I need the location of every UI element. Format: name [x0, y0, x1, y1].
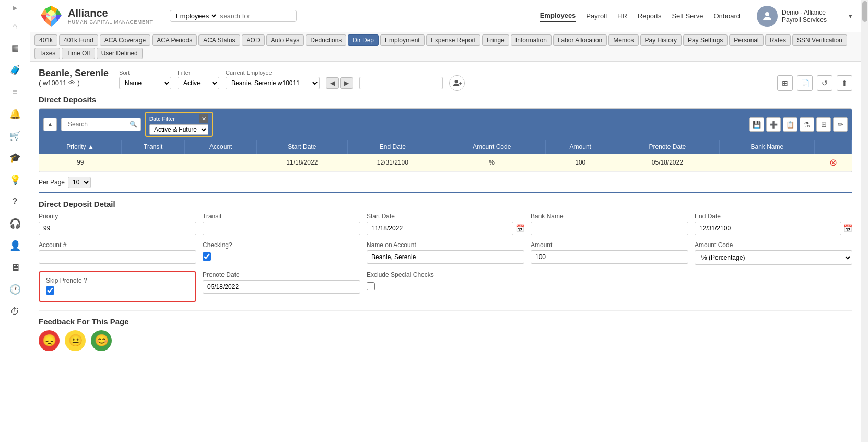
tab-information[interactable]: Information — [511, 34, 552, 46]
delete-row-button[interactable]: ⊗ — [829, 157, 837, 168]
lightbulb-icon[interactable]: 💡 — [6, 170, 25, 189]
tab-aca-status[interactable]: ACA Status — [198, 34, 240, 46]
user-area[interactable]: Demo - Alliance Payroll Services ▾ — [757, 6, 852, 27]
checking-checkbox[interactable] — [203, 252, 211, 261]
nav-hr[interactable]: HR — [617, 10, 627, 22]
prev-employee-button[interactable]: ◀ — [326, 77, 339, 89]
start-date-input[interactable] — [367, 222, 513, 235]
tab-rates[interactable]: Rates — [765, 34, 791, 46]
skip-prenote-checkbox[interactable] — [46, 286, 54, 295]
clock-icon[interactable]: 🕐 — [6, 280, 25, 299]
grid-view-button[interactable]: ⊞ — [777, 75, 793, 91]
question-icon[interactable]: ? — [6, 192, 25, 211]
home-icon[interactable]: ⌂ — [6, 17, 25, 36]
add-record-button[interactable]: ➕ — [766, 117, 781, 132]
clock2-icon[interactable]: ⏱ — [6, 302, 25, 321]
next-employee-button[interactable]: ▶ — [340, 77, 353, 89]
tab-aod[interactable]: AOD — [242, 34, 265, 46]
tab-auto-pays[interactable]: Auto Pays — [266, 34, 304, 46]
filter-select[interactable]: Active All Inactive — [178, 77, 219, 89]
filter-button[interactable]: ⚗ — [800, 117, 814, 132]
tab-pay-settings[interactable]: Pay Settings — [683, 34, 728, 46]
tab-deductions[interactable]: Deductions — [306, 34, 346, 46]
amount-code-select[interactable]: % (Percentage) $ (Dollar) — [695, 250, 852, 265]
visibility-icon[interactable]: 👁 — [68, 79, 75, 87]
date-filter-close-button[interactable]: ✕ — [199, 114, 208, 123]
tab-memos[interactable]: Memos — [608, 34, 638, 46]
cell-bank-name — [720, 154, 815, 172]
exclude-special-checks-checkbox[interactable] — [367, 282, 375, 290]
tab-fringe[interactable]: Fringe — [482, 34, 509, 46]
tab-expense-report[interactable]: Expense Report — [426, 34, 480, 46]
document-button[interactable]: 📄 — [797, 75, 813, 91]
tab-user-defined[interactable]: User Defined — [97, 48, 143, 59]
tab-aca-coverage[interactable]: ACA Coverage — [100, 34, 150, 46]
briefcase-icon[interactable]: 🧳 — [6, 61, 25, 79]
nav-payroll[interactable]: Payroll — [586, 10, 607, 22]
graduation-icon[interactable]: 🎓 — [6, 148, 25, 167]
sidebar-expand-arrow[interactable]: ▶ — [13, 4, 17, 11]
save-record-button[interactable]: 💾 — [749, 117, 764, 132]
tab-employment[interactable]: Employment — [380, 34, 425, 46]
tab-aca-periods[interactable]: ACA Periods — [152, 34, 197, 46]
headset-icon[interactable]: 🎧 — [6, 214, 25, 233]
direct-deposits-title: Direct Deposits — [39, 95, 852, 104]
per-page-select[interactable]: 10 25 50 — [68, 177, 91, 188]
upload-button[interactable]: ⬆ — [837, 75, 852, 91]
scrollbar-thumb[interactable] — [862, 1, 867, 22]
sort-select[interactable]: Name — [119, 77, 171, 89]
detail-row-2: Account # Checking? Name on Account Amou… — [39, 241, 852, 265]
chart-icon[interactable]: ▦ — [6, 39, 25, 57]
monitor-icon[interactable]: 🖥 — [6, 258, 25, 277]
tab-personal[interactable]: Personal — [729, 34, 763, 46]
tab-pay-history[interactable]: Pay History — [640, 34, 682, 46]
export-button[interactable]: ✏ — [833, 117, 848, 132]
col-priority[interactable]: Priority ▲ — [39, 140, 121, 154]
columns-button[interactable]: ⊞ — [816, 117, 831, 132]
name-on-account-input[interactable] — [367, 250, 524, 264]
search-input[interactable] — [220, 12, 293, 20]
tab-401k[interactable]: 401k — [34, 34, 57, 46]
priority-input[interactable] — [39, 222, 196, 235]
nav-reports[interactable]: Reports — [638, 10, 662, 22]
tab-taxes[interactable]: Taxes — [34, 48, 60, 59]
history-button[interactable]: ↺ — [817, 75, 832, 91]
table-row[interactable]: 99 11/18/2022 12/31/2100 % 100 05/18/202… — [39, 154, 852, 172]
feedback-neutral-button[interactable]: 😐 — [65, 330, 86, 351]
sidebar: ▶ ⌂ ▦ 🧳 ≡ 🔔 🛒 🎓 💡 ? 🎧 👤 🖥 🕐 ⏱ — [0, 0, 30, 442]
bell-icon[interactable]: 🔔 — [6, 104, 25, 123]
nav-employees[interactable]: Employees — [540, 9, 576, 22]
collapse-button[interactable]: ▲ — [43, 118, 57, 131]
search-category-select[interactable]: Employees — [173, 11, 218, 20]
copy-record-button[interactable]: 📋 — [783, 117, 797, 132]
tab-dir-dep[interactable]: Dir Dep — [348, 34, 379, 46]
nav-selfserve[interactable]: Self Serve — [672, 10, 703, 22]
feedback-sad-button[interactable]: 😞 — [39, 330, 60, 351]
transit-input[interactable] — [203, 222, 360, 235]
start-date-calendar-icon[interactable]: 📅 — [515, 224, 524, 232]
person-icon[interactable]: 👤 — [6, 236, 25, 255]
add-person-button[interactable] — [449, 75, 465, 91]
tab-ssn-verification[interactable]: SSN Verification — [792, 34, 847, 46]
user-chevron[interactable]: ▾ — [849, 12, 852, 20]
end-date-calendar-icon[interactable]: 📅 — [843, 224, 852, 232]
employee-search-input[interactable] — [359, 77, 443, 89]
date-filter-select[interactable]: Active & Future All Active — [149, 124, 208, 135]
current-employee-select[interactable]: Beanie, Serenie w10011 — [226, 77, 320, 89]
tab-labor-allocation[interactable]: Labor Allocation — [553, 34, 607, 46]
search-area[interactable]: Employees — [170, 10, 297, 22]
bank-name-input[interactable] — [531, 222, 688, 235]
list-icon[interactable]: ≡ — [6, 83, 25, 101]
tab-401k-fund[interactable]: 401k Fund — [59, 34, 98, 46]
account-input[interactable] — [39, 250, 196, 264]
end-date-input[interactable] — [695, 222, 841, 235]
tab-time-off[interactable]: Time Off — [62, 48, 95, 59]
cell-delete[interactable]: ⊗ — [815, 154, 852, 172]
amount-input[interactable] — [531, 250, 688, 264]
prenote-date-input[interactable] — [203, 280, 360, 294]
cart-icon[interactable]: 🛒 — [6, 126, 25, 145]
feedback-happy-button[interactable]: 😊 — [91, 330, 112, 351]
table-search-input[interactable] — [65, 119, 127, 130]
nav-onboard[interactable]: Onboard — [713, 10, 740, 22]
user-name: Demo - Alliance Payroll Services — [782, 9, 844, 24]
